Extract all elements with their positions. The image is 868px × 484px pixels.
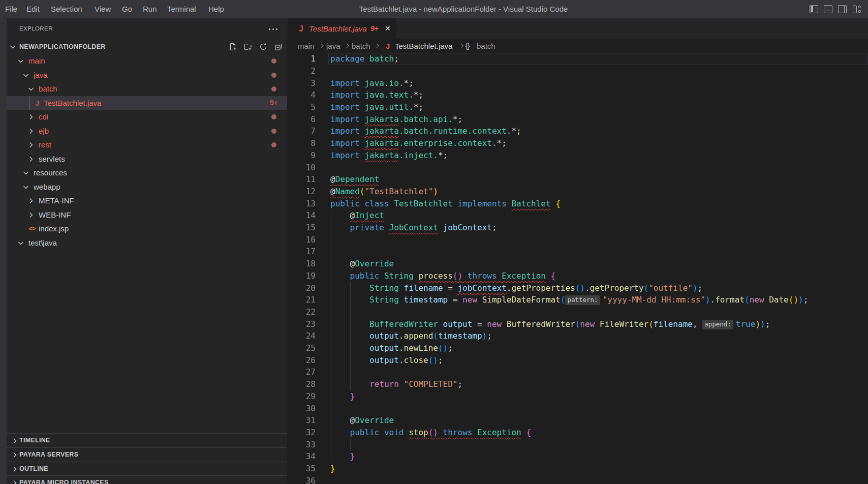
error-dot-badge: [271, 73, 276, 78]
code-line-35: 35}: [287, 463, 868, 475]
customize-layout-icon[interactable]: [853, 5, 861, 13]
menu-terminal[interactable]: Terminal: [167, 0, 196, 18]
section-payara-micro-instances[interactable]: PAYARA MICRO INSTANCES: [7, 475, 287, 484]
tree-item-resources[interactable]: resources: [7, 166, 287, 180]
line-number: 30: [287, 403, 316, 415]
error-dot-badge: [271, 129, 276, 134]
tree-item-webapp[interactable]: webapp: [7, 180, 287, 194]
line-number: 26: [287, 354, 316, 367]
menu-selection[interactable]: Selection: [51, 0, 82, 18]
tree-indent-guide: [29, 96, 30, 110]
tab-problems-badge: 9+: [370, 18, 379, 39]
layout-sidebar-left-icon[interactable]: [810, 5, 818, 13]
code-line-27: 27: [287, 366, 868, 378]
code-text: }: [330, 390, 355, 403]
tree-item-web-inf[interactable]: WEB-INF: [7, 208, 287, 222]
line-number: 35: [287, 463, 316, 475]
code-line-2: 2: [287, 65, 868, 77]
code-editor[interactable]: 1package batch;23import java.io.*;4impor…: [287, 53, 868, 484]
code-line-22: 22: [287, 306, 868, 318]
chevron-down-icon: [22, 183, 30, 191]
line-number: 17: [287, 246, 316, 258]
code-line-25: 25 output.newLine();: [287, 342, 868, 354]
tree-item-java[interactable]: java: [7, 68, 287, 82]
menu-edit[interactable]: Edit: [26, 0, 40, 18]
line-number: 14: [287, 209, 316, 222]
tree-item-rest[interactable]: rest: [7, 138, 287, 152]
refresh-icon[interactable]: [259, 43, 267, 51]
breadcrumb-symbol[interactable]: batch: [477, 39, 495, 53]
menu-go[interactable]: Go: [122, 0, 132, 18]
code-text: return "COMPLETED";: [330, 378, 462, 390]
code-text: import jakarta.enterprise.context.*;: [330, 137, 507, 149]
chevron-down-icon: [9, 43, 17, 51]
tree-item-label: test\java: [28, 236, 57, 250]
tree-item-test-java[interactable]: test\java: [7, 236, 287, 250]
tab-bar: J TestBatchlet.java 9+ ✕: [287, 18, 868, 39]
more-actions-icon[interactable]: [269, 27, 280, 31]
layout-panel-icon[interactable]: [824, 5, 832, 13]
line-number: 4: [287, 89, 316, 101]
line-number: 28: [287, 378, 316, 390]
new-file-icon[interactable]: [229, 43, 237, 51]
menu-run[interactable]: Run: [143, 0, 157, 18]
code-text: private JobContext jobContext;: [330, 222, 497, 234]
editor-group: J TestBatchlet.java 9+ ✕ mainjavabatchJT…: [287, 18, 868, 484]
code-line-1: 1package batch;: [287, 53, 868, 65]
code-line-16: 16: [287, 234, 868, 246]
menu-view[interactable]: View: [95, 0, 111, 18]
code-line-28: 28 return "COMPLETED";: [287, 378, 868, 390]
chevron-down-icon: [17, 239, 25, 247]
tree-item-cdi[interactable]: cdi: [7, 110, 287, 124]
chevron-down-icon: [17, 57, 25, 65]
menu-help[interactable]: Help: [208, 0, 224, 18]
new-folder-icon[interactable]: [244, 43, 252, 51]
menu-file[interactable]: File: [5, 0, 17, 18]
layout-sidebar-right-icon[interactable]: [838, 5, 847, 13]
code-line-26: 26 output.close();: [287, 354, 868, 367]
folder-section-header[interactable]: NEWAPPLICATIONFOLDER: [7, 41, 287, 53]
tree-item-testbatchlet-java[interactable]: JTestBatchlet.java9+: [7, 96, 287, 110]
section-timeline[interactable]: TIMELINE: [7, 433, 287, 447]
explorer-sidebar: EXPLORER NEWAPPLICATIONFOLDER: [7, 18, 287, 484]
tree-item-meta-inf[interactable]: META-INF: [7, 194, 287, 208]
line-number: 6: [287, 113, 316, 126]
vscode-window: FileEditSelectionViewGoRunTerminalHelp T…: [0, 0, 868, 484]
line-number: 21: [287, 294, 316, 306]
code-text: output.newLine();: [330, 342, 453, 354]
code-text: @Inject: [330, 209, 384, 222]
problems-count-badge: 9+: [270, 96, 278, 110]
tree-item-servlets[interactable]: servlets: [7, 152, 287, 166]
code-line-5: 5import java.util.*;: [287, 101, 868, 113]
section-outline[interactable]: OUTLINE: [7, 462, 287, 476]
line-number: 18: [287, 258, 316, 270]
code-text: import jakarta.batch.api.*;: [330, 113, 462, 126]
chevron-right-icon: [27, 141, 35, 149]
line-number: 2: [287, 65, 316, 77]
code-text: @Override: [330, 414, 394, 427]
chevron-right-icon: [11, 437, 19, 445]
tree-item-main[interactable]: main: [7, 54, 287, 68]
code-text: @Named("TestBatchlet"): [330, 186, 438, 198]
code-line-21: 21 String timestamp = new SimpleDateForm…: [287, 294, 868, 306]
code-line-17: 17: [287, 246, 868, 258]
tree-item-ejb[interactable]: ejb: [7, 124, 287, 138]
breadcrumb-main[interactable]: main: [298, 39, 315, 53]
java-file-icon: J: [299, 18, 303, 39]
tree-item-label: cdi: [39, 110, 48, 124]
close-icon[interactable]: ✕: [385, 18, 391, 39]
breadcrumb-file[interactable]: TestBatchlet.java: [395, 39, 452, 53]
java-file-icon[interactable]: J: [386, 39, 390, 53]
braces-icon[interactable]: {}: [466, 39, 469, 53]
collapse-all-icon[interactable]: [274, 43, 283, 51]
chevron-down-icon: [27, 85, 35, 93]
tab-testbatchlet[interactable]: J TestBatchlet.java 9+ ✕: [288, 18, 396, 39]
breadcrumb-batch[interactable]: batch: [352, 39, 370, 53]
code-line-15: 15 private JobContext jobContext;: [287, 222, 868, 234]
breadcrumb-java[interactable]: java: [326, 39, 340, 53]
line-number: 20: [287, 282, 316, 294]
section-payara-servers[interactable]: PAYARA SERVERS: [7, 447, 287, 462]
code-line-34: 34 }: [287, 450, 868, 463]
tree-item-batch[interactable]: batch: [7, 82, 287, 96]
tree-item-index-jsp[interactable]: <>index.jsp: [7, 222, 287, 236]
